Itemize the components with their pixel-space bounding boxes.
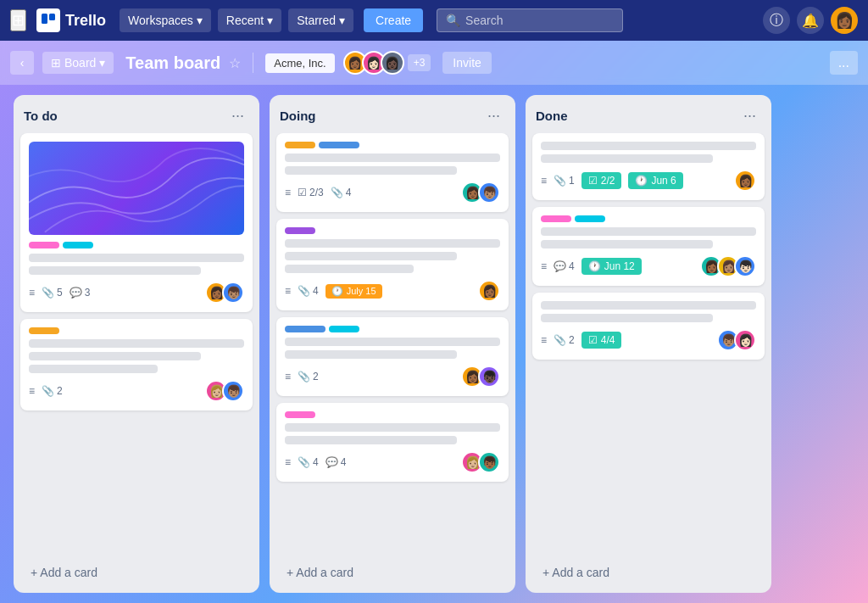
card-doing-2[interactable]: ≡ 📎 4 🕐 July 15 👩🏾 <box>276 219 509 310</box>
svg-rect-0 <box>42 14 47 24</box>
checklist-meta: ☑ 2/3 <box>298 187 324 198</box>
date-text: Jun 12 <box>604 260 635 272</box>
column-done-header: Done ··· <box>526 95 771 133</box>
card-meta: ≡ 📎 4 💬 4 <box>285 456 346 468</box>
card-meta: ≡ ☑ 2/3 📎 4 <box>285 187 351 198</box>
menu-icon: ≡ <box>29 385 35 397</box>
text-line <box>285 338 500 346</box>
card-avatar-1: 👩🏾 <box>478 280 500 302</box>
menu-icon: ≡ <box>541 260 547 272</box>
card-labels <box>285 227 500 234</box>
member-avatar-3[interactable]: 👩🏿 <box>381 51 404 75</box>
workspace-tag[interactable]: Acme, Inc. <box>265 53 334 73</box>
search-bar[interactable]: 🔍 <box>437 8 623 32</box>
text-line <box>29 254 244 262</box>
card-cover <box>29 142 244 235</box>
column-done-menu-button[interactable]: ··· <box>738 105 761 126</box>
column-doing: Doing ··· ≡ ☑ 2/ <box>270 95 515 593</box>
card-meta: ≡ 📎 2 <box>285 371 319 382</box>
menu-icon: ≡ <box>285 187 291 198</box>
card-avatar-2: 👩🏻 <box>734 329 756 351</box>
paperclip-icon: 📎 <box>298 285 310 297</box>
notifications-button[interactable]: 🔔 <box>797 7 824 34</box>
add-card-button-done[interactable]: + Add a card <box>532 559 765 586</box>
card-meta: ≡ 📎 5 💬 3 <box>29 287 90 299</box>
create-button[interactable]: Create <box>364 8 423 32</box>
add-card-button-todo[interactable]: + Add a card <box>20 559 253 586</box>
card-footer: ≡ 💬 4 🕐 Jun 12 👩🏾 👩🏽 👦🏻 <box>541 255 756 277</box>
text-line <box>29 339 244 348</box>
board-header: ‹ ⊞ Board ▾ Team board ☆ Acme, Inc. 👩🏾 👩… <box>0 41 868 85</box>
divider <box>253 53 253 73</box>
card-meta: ≡ 📎 1 ☑ 2/2 🕐 Jun 6 <box>541 172 683 189</box>
card-doing-1[interactable]: ≡ ☑ 2/3 📎 4 👩🏾 👦🏽 <box>276 133 509 212</box>
card-labels <box>541 215 756 222</box>
card-meta: ≡ 📎 4 🕐 July 15 <box>285 284 382 299</box>
attach-meta: 📎 5 <box>42 287 63 299</box>
attach-count: 5 <box>57 287 63 299</box>
card-footer: ≡ 📎 4 🕐 July 15 👩🏾 <box>285 280 500 302</box>
card-avatars: 👩🏾 <box>734 170 756 192</box>
column-doing-menu-button[interactable]: ··· <box>482 105 505 126</box>
text-line <box>285 252 457 260</box>
column-doing-cards: ≡ ☑ 2/3 📎 4 👩🏾 👦🏽 <box>270 133 515 556</box>
label-cyan <box>329 326 359 332</box>
checklist-count: 2/3 <box>309 187 324 198</box>
workspaces-menu[interactable]: Workspaces ▾ <box>120 8 211 32</box>
card-text-lines <box>541 227 756 248</box>
card-avatar-2: 👦🏿 <box>478 366 500 388</box>
label-cyan <box>575 215 605 222</box>
card-footer: ≡ 📎 2 👩🏾 👦🏿 <box>285 366 500 388</box>
text-line <box>541 227 756 236</box>
card-text-lines <box>29 339 244 373</box>
sidebar-collapse-button[interactable]: ‹ <box>10 51 34 75</box>
card-done-1[interactable]: ≡ 📎 1 ☑ 2/2 🕐 Jun 6 <box>532 133 765 200</box>
menu-icon: ≡ <box>285 456 291 468</box>
star-button[interactable]: ☆ <box>229 55 241 71</box>
starred-menu[interactable]: Starred ▾ <box>288 8 353 32</box>
attach-meta: 📎 2 <box>298 371 319 382</box>
add-card-button-doing[interactable]: + Add a card <box>276 559 509 586</box>
grid-icon[interactable]: ⊞ <box>10 9 26 31</box>
board-view-button[interactable]: ⊞ Board ▾ <box>42 52 114 74</box>
chevron-down-icon: ▾ <box>99 56 105 70</box>
attach-meta: 📎 4 <box>331 187 352 198</box>
card-done-3[interactable]: ≡ 📎 2 ☑ 4/4 👦🏽 👩🏻 <box>532 293 765 360</box>
column-todo-menu-button[interactable]: ··· <box>226 105 249 126</box>
card-labels <box>29 327 244 334</box>
card-avatars: 👩🏾 👩🏽 👦🏻 <box>700 255 756 277</box>
card-todo-1[interactable]: ≡ 📎 5 💬 3 👩🏾 👦🏽 <box>20 133 253 312</box>
attach-count: 4 <box>313 456 319 468</box>
paperclip-icon: 📎 <box>298 371 310 382</box>
card-doing-4[interactable]: ≡ 📎 4 💬 4 👩🏼 👦🏾 <box>276 403 509 482</box>
search-input[interactable] <box>465 14 614 27</box>
card-done-2[interactable]: ≡ 💬 4 🕐 Jun 12 👩🏾 👩🏽 👦🏻 <box>532 207 765 286</box>
user-avatar[interactable]: 👩🏾 <box>831 7 858 34</box>
info-button[interactable]: ⓘ <box>763 7 790 34</box>
comment-meta: 💬 3 <box>70 287 91 299</box>
label-yellow <box>29 327 59 334</box>
trello-logo: Trello <box>36 8 106 32</box>
column-todo: To do ··· <box>14 95 259 593</box>
menu-icon: ≡ <box>541 175 547 187</box>
recent-menu[interactable]: Recent ▾ <box>218 8 281 32</box>
card-text-lines <box>285 338 500 359</box>
card-todo-2[interactable]: ≡ 📎 2 👩🏼 👦🏽 <box>20 319 253 410</box>
check-icon: ☑ <box>588 334 598 346</box>
attach-meta: 📎 2 <box>42 385 63 397</box>
card-doing-3[interactable]: ≡ 📎 2 👩🏾 👦🏿 <box>276 317 509 396</box>
paperclip-icon: 📎 <box>331 187 343 198</box>
svg-rect-1 <box>49 14 55 20</box>
text-line <box>541 301 756 310</box>
card-cover-decoration <box>29 142 244 235</box>
invite-button[interactable]: Invite <box>442 52 491 74</box>
comment-icon: 💬 <box>326 456 338 468</box>
attach-meta: 📎 1 <box>554 175 575 187</box>
text-line <box>541 142 756 150</box>
text-line <box>285 239 500 248</box>
more-options-button[interactable]: ... <box>830 51 858 75</box>
paperclip-icon: 📎 <box>42 287 54 299</box>
due-date-badge: 🕐 July 15 <box>326 284 382 299</box>
card-footer: ≡ ☑ 2/3 📎 4 👩🏾 👦🏽 <box>285 181 500 204</box>
clock-icon: 🕐 <box>635 175 648 187</box>
